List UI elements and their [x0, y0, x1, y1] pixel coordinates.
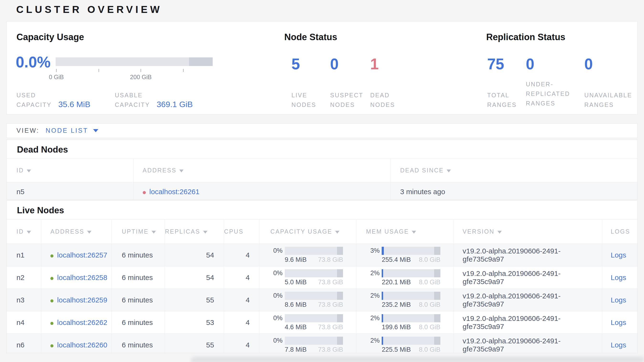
logs-link[interactable]: Logs — [611, 296, 626, 304]
logs-link[interactable]: Logs — [611, 318, 626, 326]
dead-node-row: n5 localhost:26261 3 minutes ago — [7, 182, 637, 200]
node-id-cell: n2 — [7, 266, 41, 289]
node-address-cell: localhost:26257 — [41, 244, 112, 266]
dead-nodes-count: 1 — [370, 56, 408, 72]
live-status-dot-icon — [50, 254, 54, 258]
version-cell: v19.2.0-alpha.20190606-2491-gfe735c9a97 — [454, 334, 602, 353]
axis-label-200gib: 200 GiB — [130, 74, 152, 81]
replicas-cell: 55 — [165, 289, 224, 311]
node-id-cell: n1 — [7, 244, 41, 266]
logs-link[interactable]: Logs — [611, 251, 626, 259]
node-address-link[interactable]: localhost:26258 — [57, 274, 107, 281]
live-col-mem-usage[interactable]: MEM USAGE — [356, 220, 454, 244]
logs-link[interactable]: Logs — [611, 274, 626, 281]
capacity-usage-bar — [285, 269, 343, 277]
logs-link[interactable]: Logs — [611, 341, 626, 349]
sort-arrow-icon — [87, 231, 92, 234]
node-status-heading: Node Status — [284, 32, 337, 42]
live-status-dot-icon — [50, 344, 54, 347]
uptime-cell: 6 minutes — [112, 244, 165, 266]
used-capacity-value: 35.6 MiB — [58, 100, 90, 109]
live-col-uptime[interactable]: UPTIME — [112, 220, 165, 244]
node-address-link[interactable]: localhost:26257 — [57, 251, 107, 259]
view-dropdown[interactable]: NODE LIST — [46, 127, 98, 134]
live-col-address[interactable]: ADDRESS — [41, 220, 112, 244]
capacity-usage-cell: 0% 4.6 MiB73.8 GiB — [259, 311, 356, 334]
dead-col-id[interactable]: ID — [7, 159, 134, 182]
mem-usage-cell: 2% 220.1 MiB8.0 GiB — [356, 266, 454, 289]
capacity-usage-cell: 0% 9.6 MiB73.8 GiB — [259, 244, 356, 266]
mem-usage-bar — [382, 314, 440, 322]
live-nodes-header-row: ID ADDRESS UPTIME REPLICAS CPUS CAPACITY… — [7, 220, 637, 244]
live-col-version[interactable]: VERSION — [454, 220, 602, 244]
node-address-cell: localhost:26262 — [41, 311, 112, 334]
total-ranges-label: TOTAL RANGES — [487, 90, 517, 109]
axis-tick — [56, 69, 56, 72]
node-address-link[interactable]: localhost:26259 — [57, 296, 107, 304]
live-node-row: n1 localhost:26257 6 minutes 54 4 0% 9.6… — [7, 244, 637, 266]
node-address-link[interactable]: localhost:26261 — [150, 188, 200, 196]
live-col-replicas[interactable]: REPLICAS — [165, 220, 224, 244]
live-node-row: n2 localhost:26258 6 minutes 54 4 0% 5.0… — [7, 266, 637, 289]
version-cell: v19.2.0-alpha.20190606-2491-gfe735c9a97 — [454, 244, 602, 266]
chevron-down-icon — [93, 129, 98, 132]
sort-arrow-icon — [152, 231, 156, 234]
uptime-cell: 6 minutes — [112, 334, 165, 353]
logs-cell: Logs — [602, 244, 637, 266]
suspect-nodes-count: 0 — [330, 56, 368, 72]
dead-col-dead-since[interactable]: DEAD SINCE — [391, 159, 637, 182]
axis-tick — [98, 69, 99, 72]
dead-since-cell: 3 minutes ago — [391, 182, 637, 200]
replication-status-heading: Replication Status — [486, 32, 566, 42]
logs-cell: Logs — [602, 266, 637, 289]
node-address-link[interactable]: localhost:26262 — [57, 318, 107, 326]
axis-tick — [140, 69, 141, 72]
mem-usage-cell: 2% 199.6 MiB8.0 GiB — [356, 311, 454, 334]
used-capacity-stat: USED CAPACITY 35.6 MiB — [16, 90, 90, 109]
live-col-capacity-usage[interactable]: CAPACITY USAGE — [259, 220, 356, 244]
dead-status-dot-icon — [143, 191, 146, 194]
sort-arrow-icon — [498, 231, 502, 234]
suspect-nodes-stat: 0 SUSPECT NODES — [330, 56, 368, 72]
node-address-cell: localhost:26259 — [41, 289, 112, 311]
capacity-usage-bar — [285, 292, 343, 300]
dead-col-address[interactable]: ADDRESS — [134, 159, 391, 182]
mem-usage-bar — [382, 269, 440, 277]
logs-cell: Logs — [602, 289, 637, 311]
capacity-usage-bar — [285, 314, 343, 322]
mem-usage-cell: 2% 225.5 MiB8.0 GiB — [356, 334, 454, 353]
uptime-cell: 6 minutes — [112, 266, 165, 289]
replicas-cell: 55 — [165, 334, 224, 353]
sort-arrow-icon — [446, 169, 451, 172]
axis-label-0gib: 0 GiB — [49, 74, 64, 81]
live-status-dot-icon — [50, 322, 54, 325]
live-status-dot-icon — [50, 299, 54, 302]
capacity-used-percent: 0.0% — [16, 55, 50, 70]
dead-nodes-heading: Dead Nodes — [7, 140, 637, 155]
capacity-usage-bar — [285, 337, 343, 345]
live-status-dot-icon — [50, 277, 54, 280]
version-cell: v19.2.0-alpha.20190606-2491-gfe735c9a97 — [454, 311, 602, 334]
mem-usage-cell: 2% 235.2 MiB8.0 GiB — [356, 289, 454, 311]
capacity-bar-reserved-segment — [189, 57, 213, 66]
dead-nodes-label: DEAD NODES — [370, 90, 395, 109]
node-address-cell: localhost:26258 — [41, 266, 112, 289]
unavailable-ranges-label: UNAVAILABLE RANGES — [584, 90, 632, 109]
dead-nodes-table: ID ADDRESS DEAD SINCE n5 localhost:26261… — [7, 158, 637, 200]
unavailable-ranges-count: 0 — [584, 56, 622, 72]
view-selector-bar: VIEW: NODE LIST — [6, 123, 638, 138]
capacity-usage-heading: Capacity Usage — [16, 32, 84, 42]
axis-tick — [183, 69, 184, 72]
node-id-cell: n5 — [7, 182, 134, 200]
logs-cell: Logs — [602, 311, 637, 334]
cpus-cell: 4 — [224, 311, 259, 334]
capacity-usage-cell: 0% 8.6 MiB73.8 GiB — [259, 289, 356, 311]
logs-cell: Logs — [602, 334, 637, 353]
dead-nodes-stat: 1 DEAD NODES — [370, 56, 408, 72]
live-nodes-section: Live Nodes ID ADDRESS UPTIME REPLICAS CP… — [6, 200, 638, 353]
mem-usage-bar — [382, 337, 440, 345]
live-col-id[interactable]: ID — [7, 220, 41, 244]
node-address-link[interactable]: localhost:26260 — [57, 341, 107, 349]
node-id-cell: n3 — [7, 289, 41, 311]
usable-capacity-stat: USABLE CAPACITY 369.1 GiB — [115, 90, 193, 109]
